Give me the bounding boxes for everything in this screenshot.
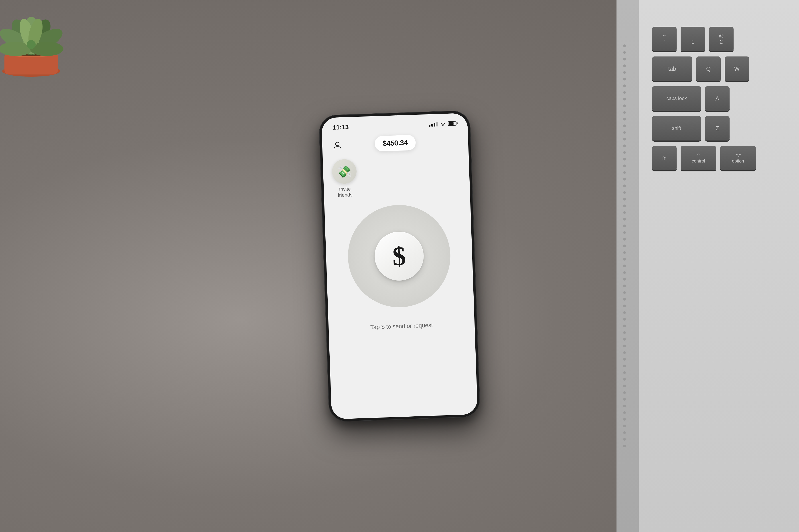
key-control[interactable]: ⌃ control	[680, 146, 716, 170]
signal-bar-1	[429, 125, 431, 127]
outer-circle: $	[346, 203, 452, 309]
key-1[interactable]: ! 1	[680, 27, 705, 51]
key-w[interactable]: W	[725, 56, 749, 81]
profile-icon	[332, 140, 343, 150]
key-2[interactable]: @ 2	[709, 27, 733, 51]
key-option[interactable]: ⌥ option	[720, 146, 756, 170]
dollar-button[interactable]: $	[374, 231, 425, 282]
keyboard-row-2: tab Q W	[652, 56, 786, 81]
key-q[interactable]: Q	[696, 56, 721, 81]
battery-icon	[448, 121, 456, 126]
phone-body: 11:13	[319, 110, 480, 422]
key-tab[interactable]: tab	[652, 56, 692, 81]
signal-bar-2	[431, 124, 433, 127]
key-backtick[interactable]: ~ `	[652, 27, 677, 51]
keyboard-row-3: caps lock A	[652, 86, 786, 111]
signal-icon	[429, 121, 438, 127]
key-a[interactable]: A	[705, 86, 730, 111]
keyboard-row-5: fn ⌃ control ⌥ option	[652, 146, 786, 170]
key-capslock[interactable]: caps lock	[652, 86, 701, 111]
balance-amount: $450.34	[383, 138, 408, 147]
tap-instruction: Tap $ to send or request	[370, 321, 433, 330]
balance-display[interactable]: $450.34	[374, 135, 416, 151]
key-shift[interactable]: shift	[652, 116, 701, 140]
laptop: ~ ` ! 1 @ 2 tab Q W	[617, 0, 799, 532]
invite-label: Invite friends	[332, 186, 358, 198]
profile-button[interactable]	[331, 138, 344, 151]
status-icons	[429, 121, 456, 127]
header-spacer	[447, 141, 459, 141]
svg-point-14	[442, 125, 443, 126]
signal-bar-4	[436, 122, 438, 126]
key-fn[interactable]: fn	[652, 146, 677, 170]
invite-section: 💸 Invite friends	[323, 150, 470, 203]
wifi-icon	[440, 121, 446, 126]
svg-point-13	[27, 40, 36, 49]
invite-emoji: 💸	[337, 164, 352, 178]
plant-decoration	[0, 0, 93, 80]
key-z[interactable]: Z	[705, 116, 730, 140]
keyboard-row-4: shift Z	[652, 116, 786, 140]
main-content: $ Tap $ to send or request	[324, 198, 475, 345]
option-key-label: option	[732, 158, 744, 164]
status-time: 11:13	[333, 124, 349, 131]
invite-avatar[interactable]: 💸	[332, 159, 357, 184]
signal-bar-3	[434, 123, 436, 127]
dollar-symbol: $	[392, 243, 406, 270]
keyboard-row-1: ~ ` ! 1 @ 2	[652, 27, 786, 51]
battery-fill	[449, 122, 454, 125]
svg-point-15	[335, 142, 339, 146]
phone-screen: 11:13	[321, 113, 478, 419]
phone: 11:13	[319, 110, 480, 422]
